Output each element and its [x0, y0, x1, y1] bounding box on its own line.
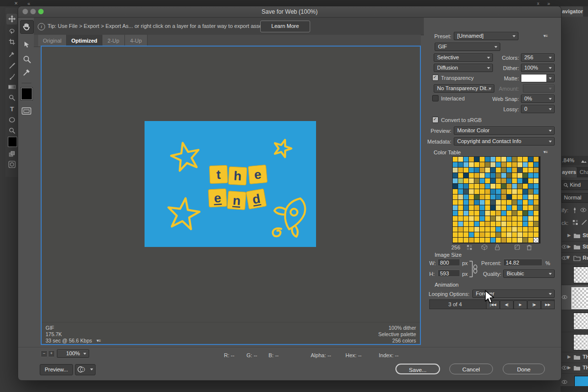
- lasso-tool-icon[interactable]: [9, 28, 15, 34]
- color-swatch[interactable]: [485, 162, 490, 168]
- lossy-select[interactable]: 0: [521, 105, 555, 113]
- zoom-in-button[interactable]: +: [48, 350, 55, 357]
- color-swatch[interactable]: [485, 189, 490, 195]
- color-swatch[interactable]: [453, 189, 458, 195]
- color-swatch[interactable]: [523, 173, 528, 178]
- color-swatch[interactable]: [496, 232, 501, 238]
- color-swatch[interactable]: [528, 162, 534, 168]
- color-swatch[interactable]: [474, 173, 480, 178]
- color-swatch[interactable]: [480, 221, 485, 227]
- color-swatch[interactable]: [458, 195, 464, 200]
- zoom-level-select[interactable]: 100%: [57, 349, 89, 358]
- color-swatch[interactable]: [469, 232, 474, 238]
- color-swatch[interactable]: [512, 184, 517, 189]
- color-swatch[interactable]: [474, 238, 480, 243]
- preset-menu-icon[interactable]: ▾≡: [543, 33, 547, 38]
- expand-arrow-icon[interactable]: ▶: [567, 233, 571, 238]
- navigator-zoom-value[interactable]: .84%: [562, 157, 574, 163]
- color-swatch[interactable]: [517, 178, 523, 184]
- dialog-title-bar[interactable]: Save for Web (100%): [18, 6, 561, 18]
- matte-select[interactable]: [521, 74, 555, 82]
- color-swatch[interactable]: [458, 238, 464, 243]
- color-swatch[interactable]: [458, 173, 464, 178]
- color-swatch[interactable]: [512, 200, 517, 205]
- eyedropper-tool-icon[interactable]: [23, 68, 31, 76]
- color-swatch[interactable]: [534, 211, 539, 216]
- color-swatch[interactable]: [464, 211, 469, 216]
- eyedropper-tool-icon[interactable]: [9, 51, 15, 57]
- color-swatch[interactable]: [458, 200, 464, 205]
- color-swatch[interactable]: [512, 211, 517, 216]
- shape-tool-icon[interactable]: [9, 117, 15, 123]
- color-swatch[interactable]: [480, 162, 485, 168]
- color-swatch[interactable]: [528, 211, 534, 216]
- color-swatch[interactable]: [528, 195, 534, 200]
- metadata-select[interactable]: Copyright and Contact Info: [454, 137, 555, 146]
- color-swatch[interactable]: [517, 157, 523, 162]
- color-swatch[interactable]: [528, 200, 534, 205]
- color-swatch[interactable]: [464, 189, 469, 195]
- color-swatch[interactable]: [496, 195, 501, 200]
- color-swatch[interactable]: [523, 227, 528, 232]
- color-swatch[interactable]: [480, 227, 485, 232]
- color-swatch[interactable]: [517, 173, 523, 178]
- color-swatch[interactable]: [453, 184, 458, 189]
- color-swatch[interactable]: [523, 178, 528, 184]
- color-swatch[interactable]: [490, 157, 496, 162]
- quick-mask-icon[interactable]: [8, 161, 16, 168]
- color-swatch[interactable]: [534, 195, 539, 200]
- gradient-tool-icon[interactable]: [8, 84, 16, 90]
- next-frame-button[interactable]: |▶: [527, 300, 541, 309]
- color-swatch[interactable]: [523, 216, 528, 221]
- color-swatch[interactable]: [512, 227, 517, 232]
- color-swatch[interactable]: [453, 200, 458, 205]
- color-swatch[interactable]: [512, 221, 517, 227]
- previous-frame-button[interactable]: ◀|: [500, 300, 514, 309]
- color-swatch[interactable]: [458, 211, 464, 216]
- color-swatch[interactable]: [474, 157, 480, 162]
- close-small-icon[interactable]: x: [537, 1, 539, 6]
- color-swatch[interactable]: [490, 238, 496, 243]
- color-swatch[interactable]: [464, 195, 469, 200]
- color-swatch[interactable]: [523, 200, 528, 205]
- color-swatch[interactable]: [464, 238, 469, 243]
- color-swatch[interactable]: [469, 189, 474, 195]
- transparency-checkbox[interactable]: [432, 74, 439, 81]
- color-swatch[interactable]: [512, 205, 517, 211]
- color-swatch[interactable]: [534, 227, 539, 232]
- color-swatch[interactable]: [485, 157, 490, 162]
- color-swatch[interactable]: [464, 221, 469, 227]
- color-swatch[interactable]: [464, 205, 469, 211]
- navigator-tab[interactable]: avigator: [561, 6, 583, 17]
- color-swatch[interactable]: [501, 168, 507, 173]
- color-swatch[interactable]: [474, 221, 480, 227]
- color-swatch[interactable]: [480, 232, 485, 238]
- layer-row[interactable]: ▶ Ro: [561, 253, 588, 264]
- status-menu-icon[interactable]: ▾≡: [97, 338, 100, 343]
- dither-method-select[interactable]: Diffusion: [434, 64, 493, 72]
- color-swatch[interactable]: [464, 178, 469, 184]
- color-swatch[interactable]: [480, 178, 485, 184]
- color-swatch[interactable]: [490, 178, 496, 184]
- color-swatch[interactable]: [464, 200, 469, 205]
- color-swatch[interactable]: [490, 200, 496, 205]
- color-swatch[interactable]: [517, 200, 523, 205]
- preview-select[interactable]: Monitor Color: [454, 126, 555, 135]
- color-swatch[interactable]: [517, 221, 523, 227]
- width-field[interactable]: 800: [438, 259, 460, 266]
- color-swatch[interactable]: [469, 227, 474, 232]
- color-swatch[interactable]: [501, 195, 507, 200]
- color-swatch[interactable]: [523, 211, 528, 216]
- color-swatch[interactable]: [517, 232, 523, 238]
- type-tool-icon[interactable]: T: [9, 105, 15, 112]
- color-swatch[interactable]: [485, 205, 490, 211]
- color-swatch[interactable]: [501, 232, 507, 238]
- color-swatch[interactable]: [485, 221, 490, 227]
- color-swatch[interactable]: [474, 168, 480, 173]
- web-snap-select[interactable]: 0%: [521, 95, 555, 103]
- color-swatch[interactable]: [464, 162, 469, 168]
- color-swatch[interactable]: [480, 184, 485, 189]
- color-swatch[interactable]: [534, 162, 539, 168]
- color-swatch[interactable]: [464, 216, 469, 221]
- optimized-preview-pane[interactable]: t h e e: [41, 46, 421, 345]
